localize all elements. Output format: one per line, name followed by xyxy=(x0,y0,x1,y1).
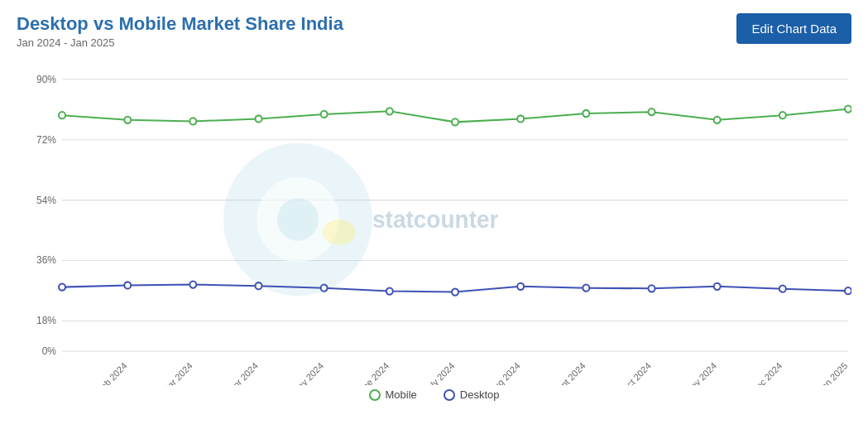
svg-text:Jan 2025: Jan 2025 xyxy=(816,360,849,385)
mobile-legend-label: Mobile xyxy=(386,388,417,401)
mobile-dot xyxy=(649,108,655,115)
svg-text:54%: 54% xyxy=(36,194,56,205)
svg-text:Mar 2024: Mar 2024 xyxy=(161,360,194,385)
mobile-dot xyxy=(59,112,65,118)
desktop-dot xyxy=(189,281,196,287)
svg-point-14 xyxy=(277,198,319,240)
svg-text:statcounter: statcounter xyxy=(372,206,498,233)
svg-text:18%: 18% xyxy=(36,315,56,326)
svg-text:72%: 72% xyxy=(36,134,56,146)
svg-text:May 2024: May 2024 xyxy=(290,360,325,385)
svg-text:July 2024: July 2024 xyxy=(422,360,457,385)
desktop-dot xyxy=(779,286,786,292)
mobile-dot xyxy=(779,112,786,118)
desktop-dot xyxy=(845,287,851,294)
mobile-dot xyxy=(321,111,328,118)
desktop-dot xyxy=(649,285,655,292)
desktop-dot xyxy=(321,285,328,292)
svg-text:Nov 2024: Nov 2024 xyxy=(683,360,718,385)
desktop-dot xyxy=(714,283,721,290)
chart-header: Desktop vs Mobile Market Share India Jan… xyxy=(17,13,851,49)
title-block: Desktop vs Mobile Market Share India Jan… xyxy=(17,13,343,49)
svg-text:Oct 2024: Oct 2024 xyxy=(620,360,653,385)
mobile-dot xyxy=(583,110,589,117)
desktop-dot xyxy=(256,282,262,289)
svg-text:Sept 2024: Sept 2024 xyxy=(551,360,587,385)
svg-text:Aug 2024: Aug 2024 xyxy=(487,360,522,385)
svg-text:Apr 2024: Apr 2024 xyxy=(227,360,260,385)
legend-item-desktop: Desktop xyxy=(444,388,500,401)
svg-text:June 2024: June 2024 xyxy=(354,360,391,385)
page-container: Desktop vs Mobile Market Share India Jan… xyxy=(0,0,868,434)
desktop-legend-dot xyxy=(444,389,455,401)
mobile-legend-dot xyxy=(369,389,381,401)
svg-point-15 xyxy=(323,219,356,245)
desktop-dot xyxy=(59,284,65,291)
mobile-dot xyxy=(845,105,851,112)
chart-area: 90% 72% 54% 36% 18% 0% statcounter xyxy=(17,54,851,385)
chart-svg: 90% 72% 54% 36% 18% 0% statcounter xyxy=(17,54,851,385)
mobile-dot xyxy=(452,118,458,125)
mobile-dot xyxy=(386,108,393,114)
mobile-dot xyxy=(124,117,131,123)
svg-text:Dec 2024: Dec 2024 xyxy=(750,360,784,385)
desktop-dot xyxy=(124,282,131,288)
chart-legend: Mobile Desktop xyxy=(17,388,851,401)
desktop-dot xyxy=(452,288,458,295)
svg-text:0%: 0% xyxy=(42,345,57,357)
mobile-dot xyxy=(714,117,721,123)
svg-text:90%: 90% xyxy=(36,74,56,85)
mobile-dot xyxy=(189,118,196,124)
edit-chart-data-button[interactable]: Edit Chart Data xyxy=(736,13,851,44)
desktop-dot xyxy=(386,287,393,294)
legend-item-mobile: Mobile xyxy=(369,388,417,401)
svg-text:36%: 36% xyxy=(36,254,56,266)
desktop-dot xyxy=(517,283,524,290)
chart-subtitle: Jan 2024 - Jan 2025 xyxy=(17,36,343,49)
mobile-dot xyxy=(517,115,524,122)
desktop-legend-label: Desktop xyxy=(460,388,500,401)
mobile-dot xyxy=(256,115,262,122)
svg-text:Feb 2024: Feb 2024 xyxy=(94,360,128,385)
desktop-dot xyxy=(583,285,589,292)
chart-title: Desktop vs Mobile Market Share India xyxy=(17,13,343,35)
